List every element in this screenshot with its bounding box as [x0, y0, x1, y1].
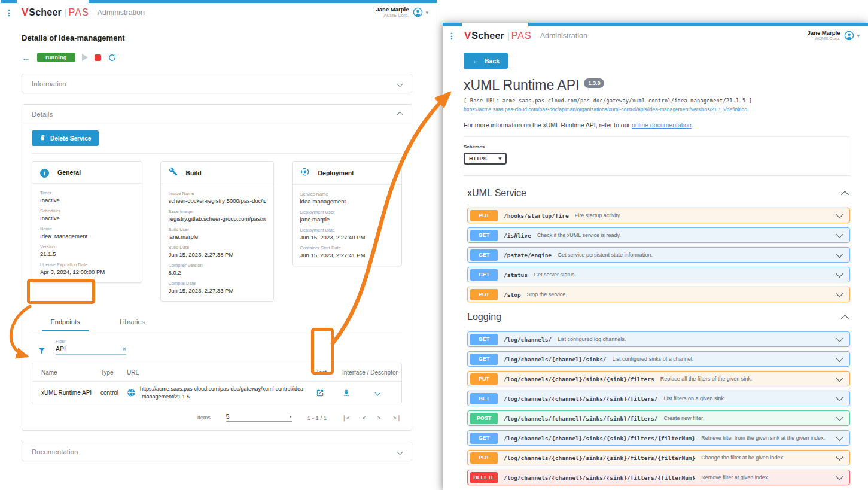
kebab-menu-icon[interactable]: ⋮	[447, 31, 459, 41]
user-menu-caret-icon[interactable]: ▾	[425, 10, 428, 16]
kebab-menu-icon[interactable]: ⋮	[5, 8, 17, 17]
api-endpoint-row[interactable]: PUT/hooks/startup/fireFire startup activ…	[467, 208, 850, 223]
documentation-panel[interactable]: Documentation	[22, 442, 412, 461]
method-badge: DELETE	[470, 472, 498, 483]
delete-service-button[interactable]: Delete Service	[32, 130, 99, 146]
method-badge: GET	[470, 249, 498, 261]
back-arrow-icon: ←	[472, 56, 480, 65]
expand-endpoint-chevron-icon[interactable]	[836, 433, 843, 441]
field-value: Jun 15, 2023, 2:27:40 PM	[300, 234, 394, 241]
api-section-header[interactable]: Persistent State classes	[467, 485, 850, 490]
expand-row-chevron-icon[interactable]	[375, 390, 381, 396]
information-panel[interactable]: Information	[22, 74, 412, 93]
user-menu-caret-icon[interactable]: ▾	[857, 33, 860, 39]
expand-endpoint-chevron-icon[interactable]	[836, 230, 843, 238]
field-label: Compiler Version	[169, 263, 266, 268]
api-title: xUML Runtime API	[464, 77, 579, 93]
api-endpoint-row[interactable]: PUT/log/channels/{channel}/sinks/{sink}/…	[467, 371, 850, 386]
expand-endpoint-chevron-icon[interactable]	[836, 250, 843, 258]
chevron-down-icon[interactable]	[397, 81, 403, 87]
user-name: Jane Marple	[808, 30, 840, 36]
api-endpoint-row[interactable]: GET/isAliveCheck if the xUML service is …	[467, 227, 850, 243]
expand-endpoint-chevron-icon[interactable]	[836, 334, 843, 342]
expand-endpoint-chevron-icon[interactable]	[836, 453, 843, 461]
expand-endpoint-chevron-icon[interactable]	[836, 354, 843, 362]
collapse-section-chevron-icon[interactable]	[841, 191, 849, 199]
card-title: Deployment	[318, 169, 354, 176]
api-section-header[interactable]: xUML Service	[467, 178, 850, 203]
method-badge: PUT	[470, 452, 498, 464]
next-page-button[interactable]: >	[377, 414, 381, 421]
expand-endpoint-chevron-icon[interactable]	[836, 211, 843, 218]
first-page-button[interactable]: |<	[342, 414, 350, 421]
expand-endpoint-chevron-icon[interactable]	[836, 473, 843, 480]
schemes-select[interactable]: HTTPS ▾	[464, 153, 507, 165]
chevron-up-icon[interactable]	[397, 111, 403, 117]
api-endpoint-row[interactable]: GET/statusGet server status.	[467, 267, 850, 282]
endpoint-description: Stop the service.	[527, 291, 567, 297]
endpoint-description: List filters on a given sink.	[663, 395, 725, 401]
table-row: xUML Runtime API control https://acme.sa…	[32, 381, 401, 404]
field-value: registry.gitlab.scheer-group.com/pas/xum…	[169, 215, 266, 222]
endpoint-description: Get service persistent state information…	[558, 252, 653, 258]
test-open-in-new-icon[interactable]	[316, 389, 324, 397]
filter-value[interactable]: API	[56, 345, 66, 352]
api-endpoint-row[interactable]: GET/log/channels/{channel}/sinks/{sink}/…	[467, 391, 850, 406]
collapse-section-chevron-icon[interactable]	[841, 315, 849, 322]
expand-endpoint-chevron-icon[interactable]	[836, 413, 843, 421]
download-descriptor-icon[interactable]	[342, 389, 351, 397]
field-label: Timer	[40, 190, 134, 196]
api-endpoint-row[interactable]: PUT/stopStop the service.	[467, 287, 850, 302]
stop-icon[interactable]	[95, 54, 101, 61]
endpoint-url[interactable]: https://acme.saas.pas-cloud.com/pas-doc/…	[140, 385, 313, 400]
api-endpoint-row[interactable]: PUT/log/channels/{channel}/sinks/{sink}/…	[467, 450, 850, 465]
chevron-down-icon[interactable]	[397, 449, 403, 455]
method-badge: GET	[470, 269, 498, 281]
last-page-button[interactable]: >|	[393, 414, 401, 421]
expand-endpoint-chevron-icon[interactable]	[836, 374, 843, 382]
tab-endpoints[interactable]: Endpoints	[32, 312, 99, 331]
user-avatar-icon[interactable]	[844, 31, 854, 41]
field-label: Base Image	[169, 209, 266, 214]
scheer-pas-logo: V Scheer | PAS	[464, 30, 532, 42]
endpoint-path: /isAlive	[504, 232, 531, 239]
filter-funnel-icon[interactable]	[38, 346, 46, 355]
endpoint-description: Change the filter at he given index.	[701, 455, 784, 461]
back-button[interactable]: ← Back	[464, 53, 508, 69]
api-endpoint-row[interactable]: GET/log/channels/{channel}/sinks/{sink}/…	[467, 430, 850, 446]
online-documentation-link[interactable]: online documentation	[632, 121, 692, 129]
api-endpoint-row[interactable]: GET/log/channels/{channel}/sinks/List co…	[467, 351, 850, 367]
api-endpoint-row[interactable]: GET/log/channels/List configured log cha…	[467, 331, 850, 347]
api-endpoint-row[interactable]: POST/log/channels/{channel}/sinks/{sink}…	[467, 410, 850, 426]
field-value: Idea_Management	[40, 233, 134, 239]
api-base-url: [ Base URL: acme.saas.pas-cloud.com/pas-…	[464, 98, 850, 104]
table-header-row: Name Type URL Test Interface / Descripto…	[32, 363, 401, 381]
endpoint-description: Retrieve filter from the given sink at t…	[701, 435, 825, 441]
play-icon[interactable]	[82, 54, 88, 61]
api-endpoint-row[interactable]: GET/pstate/engineGet service persistent …	[467, 247, 850, 263]
admin-details-window: ⋮ V Scheer | PAS Administration Jane Mar…	[0, 0, 437, 490]
field-label: License Expiration Date	[40, 262, 134, 267]
top-strip-segment	[443, 23, 462, 26]
expand-endpoint-chevron-icon[interactable]	[836, 394, 843, 401]
screenshot-canvas: ⋮ V Scheer | PAS Administration Jane Mar…	[0, 0, 868, 490]
tab-libraries[interactable]: Libraries	[99, 312, 166, 331]
back-arrow-icon[interactable]: ←	[22, 53, 31, 63]
prev-page-button[interactable]: <	[362, 414, 366, 421]
user-avatar-icon[interactable]	[413, 7, 423, 17]
user-org: ACME Corp.	[808, 36, 840, 42]
expand-endpoint-chevron-icon[interactable]	[836, 290, 843, 297]
endpoint-description: List configured sinks of a channel.	[613, 356, 694, 362]
endpoint-path: /log/channels/{channel}/sinks/{sink}/fil…	[504, 455, 695, 461]
app-title: Administration	[540, 32, 587, 40]
field-label: Deployment User	[300, 209, 394, 215]
api-endpoint-row[interactable]: DELETE/log/channels/{channel}/sinks/{sin…	[467, 470, 850, 485]
filter-input[interactable]: Filter API ×	[56, 339, 126, 355]
restart-icon[interactable]	[108, 53, 117, 62]
endpoints-table: Name Type URL Test Interface / Descripto…	[32, 363, 402, 404]
expand-endpoint-chevron-icon[interactable]	[836, 270, 843, 278]
api-definition-link[interactable]: https://acme.saas.pas-cloud.com/pas-doc/…	[464, 106, 850, 112]
page-size-select[interactable]: 5 ▾	[226, 413, 292, 422]
api-section-header[interactable]: Logging	[467, 302, 850, 327]
clear-filter-icon[interactable]: ×	[123, 345, 126, 352]
